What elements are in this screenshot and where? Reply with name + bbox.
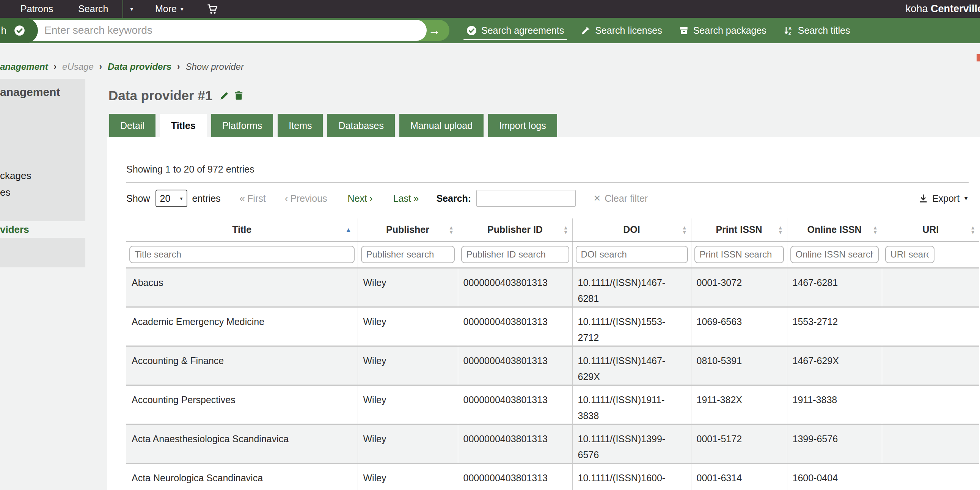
column-label: URI — [922, 224, 939, 235]
brand-regular: koha — [906, 3, 928, 15]
sort-both-icon: ▲▼ — [682, 225, 687, 234]
sidebar-item-data-providers[interactable]: viders — [0, 224, 29, 235]
sidebar-heading[interactable]: anagement — [0, 86, 60, 99]
topbar: Patrons Search ▾ More ▾ koha Centerville — [0, 0, 980, 18]
cell-print-issn: 0001-3072 — [691, 268, 787, 307]
pager-label: First — [247, 193, 266, 204]
cell-publisher-id: 0000000403801313 — [458, 424, 572, 463]
scrollbar-marker — [977, 54, 980, 61]
table-controls: Show 20 ▾ entries « First ‹ Previous Nex… — [126, 189, 969, 208]
column-header-uri[interactable]: URI ▲▼ — [882, 218, 979, 241]
pager-label: Next — [348, 193, 367, 204]
titles-table: Title ▲ Publisher ▲▼ Publisher ID ▲▼ DOI… — [126, 218, 979, 490]
cell-publisher: Wiley — [358, 424, 458, 463]
clear-filter-button[interactable]: ✕ Clear filter — [593, 193, 648, 204]
sort-both-icon: ▲▼ — [778, 225, 783, 234]
koha-staff-screen: Patrons Search ▾ More ▾ koha Centerville… — [0, 0, 980, 490]
sort-ascending-icon: ▲ — [345, 226, 352, 233]
tab-databases[interactable]: Databases — [327, 114, 395, 137]
entries-label: entries — [192, 193, 221, 204]
breadcrumb: anagement › eUsage › Data providers › Sh… — [0, 61, 244, 72]
cell-online-issn: 1911-3838 — [787, 385, 882, 424]
check-circle-icon — [466, 25, 477, 36]
pager-previous-button[interactable]: ‹ Previous — [285, 192, 327, 204]
caret-down-icon: ▼ — [963, 195, 969, 201]
cart-icon[interactable] — [207, 3, 218, 15]
chevron-right-icon: › — [369, 192, 373, 204]
mode-label: Search packages — [693, 25, 767, 36]
table-row: Accounting PerspectivesWiley000000040380… — [126, 385, 979, 424]
pager-label: Previous — [290, 193, 327, 204]
export-label: Export — [932, 193, 959, 204]
pager-last-button[interactable]: Last » — [393, 192, 419, 204]
title-filter-input[interactable] — [129, 246, 355, 263]
sort-both-icon: ▲▼ — [873, 225, 878, 234]
cell-doi: 10.1111/(ISSN)1553-2712 — [572, 307, 691, 346]
chevron-down-icon: ▾ — [181, 6, 184, 13]
column-header-doi[interactable]: DOI ▲▼ — [572, 218, 691, 241]
mode-label: Search titles — [798, 25, 850, 36]
column-header-print-issn[interactable]: Print ISSN ▲▼ — [691, 218, 787, 241]
online-issn-filter-input[interactable] — [791, 246, 879, 263]
tab-items[interactable]: Items — [278, 114, 323, 137]
delete-trash-icon[interactable] — [234, 91, 244, 101]
column-header-online-issn[interactable]: Online ISSN ▲▼ — [787, 218, 882, 241]
svg-text:Z: Z — [789, 31, 791, 36]
search-keywords-input[interactable] — [23, 20, 427, 41]
export-button[interactable]: Export ▼ — [918, 193, 969, 204]
column-header-publisher-id[interactable]: Publisher ID ▲▼ — [458, 218, 572, 241]
column-header-title[interactable]: Title ▲ — [126, 218, 358, 241]
tab-platforms[interactable]: Platforms — [211, 114, 274, 137]
column-header-publisher[interactable]: Publisher ▲▼ — [358, 218, 458, 241]
pager-first-button[interactable]: « First — [240, 192, 266, 204]
cell-title: Academic Emergency Medicine — [126, 307, 358, 346]
cell-publisher-id: 0000000403801313 — [458, 307, 572, 346]
sidebar-item-packages[interactable]: ckages — [0, 170, 31, 182]
clear-x-icon: ✕ — [593, 193, 601, 204]
sidebar-item-titles[interactable]: es — [0, 186, 10, 198]
breadcrumb-item-eusage: eUsage — [62, 61, 94, 72]
cell-publisher-id: 0000000403801313 — [458, 346, 572, 385]
page-size-select[interactable]: 20 ▾ — [156, 189, 187, 207]
chevron-left-icon: ‹ — [285, 192, 288, 204]
topbar-item-more[interactable]: More ▾ — [155, 3, 184, 14]
table-search-input[interactable] — [476, 190, 576, 207]
pager-next-button[interactable]: Next › — [348, 192, 373, 204]
uri-filter-input[interactable] — [885, 246, 934, 263]
print-issn-filter-input[interactable] — [694, 246, 784, 263]
brand-bold: Centerville — [931, 3, 980, 15]
doi-filter-input[interactable] — [576, 246, 688, 263]
pen-icon — [581, 26, 590, 36]
cell-publisher: Wiley — [358, 463, 458, 490]
search-mode-titles[interactable]: A Z Search titles — [783, 18, 850, 43]
tab-import-logs[interactable]: Import logs — [488, 114, 557, 137]
publisher-id-filter-input[interactable] — [461, 246, 569, 263]
cell-print-issn: 0001-5172 — [691, 424, 787, 463]
content-card: Showing 1 to 20 of 972 entries Show 20 ▾… — [107, 137, 980, 490]
clear-filter-label: Clear filter — [605, 193, 648, 204]
column-label: Title — [232, 224, 251, 235]
search-mode-packages[interactable]: Search packages — [679, 18, 767, 43]
active-search-type-pill[interactable]: h — [0, 18, 38, 43]
topbar-item-patrons[interactable]: Patrons — [21, 3, 53, 14]
tab-detail[interactable]: Detail — [109, 114, 156, 137]
search-mode-licenses[interactable]: Search licenses — [581, 18, 662, 43]
search-mode-agreements[interactable]: Search agreements — [466, 18, 564, 43]
edit-pencil-icon[interactable] — [219, 90, 230, 101]
sort-both-icon: ▲▼ — [563, 225, 568, 234]
package-icon — [679, 26, 689, 36]
chevron-down-icon: ▾ — [180, 195, 183, 201]
cell-online-issn: 1600-0404 — [787, 463, 882, 490]
sidebar-menu-block: anagement ckages es — [0, 79, 85, 221]
tab-manual-upload[interactable]: Manual upload — [399, 114, 484, 137]
table-search-label: Search: — [436, 193, 471, 204]
table-filter-row — [126, 241, 979, 268]
publisher-filter-input[interactable] — [361, 246, 455, 263]
page-size-value: 20 — [160, 193, 171, 204]
breadcrumb-item-data-providers[interactable]: Data providers — [108, 61, 172, 72]
search-dropdown-caret-icon[interactable]: ▾ — [130, 6, 133, 13]
tab-titles[interactable]: Titles — [160, 114, 207, 137]
breadcrumb-item-management[interactable]: anagement — [0, 61, 48, 72]
topbar-item-search[interactable]: Search — [78, 3, 108, 14]
show-label: Show — [126, 193, 150, 204]
